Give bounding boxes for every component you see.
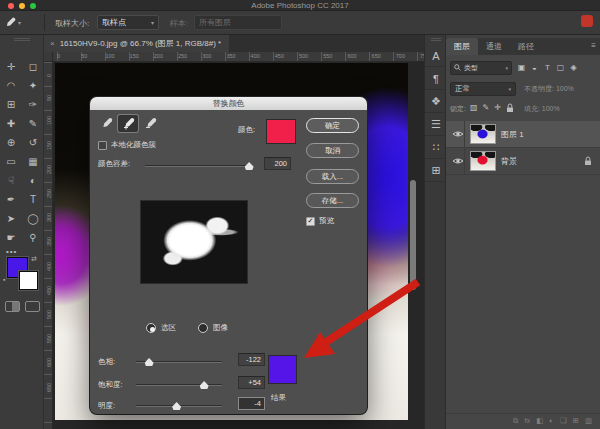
blend-mode-dropdown[interactable]: 正常 ▾ [450, 82, 516, 96]
preview-option[interactable]: ✓ 预览 [306, 216, 334, 226]
link-layers-icon[interactable]: ⧉ [513, 416, 518, 426]
layer-row-background[interactable]: 背景 [446, 148, 600, 175]
crop-tool[interactable]: ⊞ [0, 95, 22, 114]
layer-group-icon[interactable]: ❑ [560, 416, 567, 425]
saturation-value[interactable]: +54 [238, 376, 265, 389]
ok-button[interactable]: 确定 [306, 118, 359, 133]
healing-brush-tool[interactable]: ✚ [0, 114, 22, 133]
shape-tool[interactable]: ◯ [22, 209, 44, 228]
save-button[interactable]: 存储... [306, 193, 359, 208]
tab-通道[interactable]: 通道 [478, 38, 510, 55]
layer-thumbnail[interactable] [470, 151, 496, 171]
layer-thumbnail[interactable] [470, 124, 496, 144]
slider-thumb[interactable] [172, 402, 181, 410]
filter-pixel-layers-icon[interactable]: ▣ [515, 63, 528, 72]
adjustments-panel-icon[interactable]: ☰ [425, 114, 447, 136]
selection-radio[interactable]: 选区 [146, 323, 176, 333]
marquee-tool[interactable]: ◻ [22, 57, 44, 76]
saturation-slider[interactable] [136, 384, 222, 386]
quick-selection-tool[interactable]: ✦ [22, 76, 44, 95]
lock-position-icon[interactable]: ✛ [494, 103, 501, 115]
selected-color-swatch[interactable] [266, 119, 296, 144]
hue-slider[interactable] [136, 361, 222, 363]
brush-tool[interactable]: ✎ [22, 114, 44, 133]
gradient-tool[interactable]: ▦ [22, 152, 44, 171]
paragraph-panel-icon[interactable]: ¶ [425, 68, 447, 90]
hand-tool[interactable]: ☛ [0, 228, 22, 247]
filter-type-layers-icon[interactable]: T [541, 63, 554, 72]
checkbox-unchecked[interactable] [98, 141, 107, 150]
lightness-slider[interactable] [136, 405, 222, 407]
dialog-titlebar[interactable]: 替换颜色 [90, 97, 367, 110]
lock-pixels-icon[interactable]: ✎ [483, 103, 490, 115]
close-tab-icon[interactable]: × [50, 39, 55, 48]
path-selection-tool[interactable]: ➤ [0, 209, 22, 228]
dodge-tool[interactable]: ◐ [22, 171, 44, 190]
eyedropper-add-button[interactable] [118, 115, 138, 132]
layer-name[interactable]: 图层 1 [501, 129, 524, 140]
eyedropper-tool[interactable]: ✑ [22, 95, 44, 114]
type-tool[interactable]: T [22, 190, 44, 209]
crop-panel-icon[interactable]: ⊞ [425, 160, 447, 182]
layer-filter-dropdown[interactable]: 类型 ▾ [450, 61, 512, 75]
tool-preset-picker[interactable]: ▾ [4, 14, 38, 31]
canvas-vertical-scrollbar[interactable] [410, 180, 416, 290]
background-color-swatch[interactable] [19, 271, 38, 290]
lasso-tool[interactable]: ◠ [0, 76, 22, 95]
layer-comps-panel-icon[interactable]: ❖ [425, 91, 447, 113]
load-button[interactable]: 载入... [306, 169, 359, 184]
document-tab[interactable]: × 16150HV9-0.jpg @ 66.7% (图层 1, RGB/8#) … [44, 35, 229, 52]
eraser-tool[interactable]: ▭ [0, 152, 22, 171]
swap-colors-icon[interactable]: ⇄ [31, 255, 37, 263]
radio-on-icon[interactable] [146, 323, 156, 333]
fuzziness-value[interactable]: 200 [264, 157, 291, 170]
visibility-toggle[interactable] [451, 148, 465, 175]
zoom-tool[interactable]: ⚲ [22, 228, 44, 247]
result-color-swatch[interactable] [268, 355, 297, 384]
radio-off-icon[interactable] [198, 323, 208, 333]
checkbox-checked[interactable]: ✓ [306, 217, 315, 226]
layer-row-layer1[interactable]: 图层 1 [446, 121, 600, 148]
delete-layer-icon[interactable]: ▥ [585, 416, 592, 425]
clone-stamp-tool[interactable]: ⊕ [0, 133, 22, 152]
image-radio[interactable]: 图像 [198, 323, 228, 333]
panel-grabber[interactable] [431, 38, 441, 41]
opacity-control[interactable]: 不透明度: 100% [524, 84, 574, 94]
eyedropper-subtract-button[interactable] [140, 115, 160, 132]
slider-thumb[interactable] [145, 358, 154, 366]
cancel-button[interactable]: 取消 [306, 143, 359, 158]
panel-grabber[interactable] [14, 38, 30, 41]
layer-mask-icon[interactable]: ◧ [536, 416, 543, 425]
smudge-tool[interactable]: ☟ [0, 171, 22, 190]
sample-size-dropdown[interactable]: 取样点 ▾ [97, 15, 159, 30]
filter-smart-objects-icon[interactable]: ◈ [567, 63, 580, 72]
pen-tool[interactable]: ✒ [0, 190, 22, 209]
slider-thumb[interactable] [200, 381, 209, 389]
screen-mode-button[interactable] [25, 301, 40, 312]
fill-control[interactable]: 填充: 100% [524, 104, 560, 114]
edit-toolbar-button[interactable]: ••• [6, 247, 17, 256]
character-panel-icon[interactable]: A [425, 45, 447, 67]
tab-图层[interactable]: 图层 [446, 38, 478, 55]
layer-style-icon[interactable]: fx [524, 416, 530, 425]
visibility-toggle[interactable] [451, 121, 465, 148]
lightness-value[interactable]: -4 [238, 397, 265, 410]
hue-value[interactable]: -122 [238, 353, 265, 366]
panel-menu-icon[interactable]: ≡ [591, 41, 596, 50]
lock-transparency-icon[interactable]: ▨ [470, 103, 478, 115]
fuzziness-slider[interactable] [145, 165, 251, 167]
move-tool[interactable]: ✛ [0, 57, 22, 76]
new-layer-icon[interactable]: ⊞ [573, 416, 579, 425]
eyedropper-sample-button[interactable] [96, 115, 116, 132]
history-brush-tool[interactable]: ↺ [22, 133, 44, 152]
filter-shape-layers-icon[interactable]: ▢ [554, 63, 567, 72]
quick-mask-button[interactable] [5, 301, 20, 312]
layer-name[interactable]: 背景 [501, 156, 517, 167]
default-colors-icon[interactable]: ▪ [3, 276, 5, 283]
localized-clusters-option[interactable]: 本地化颜色簇 [98, 140, 156, 150]
slider-thumb[interactable] [245, 162, 254, 170]
filter-adjustment-layers-icon[interactable]: ◒ [528, 63, 541, 72]
adjustment-layer-icon[interactable]: ◐ [549, 416, 554, 425]
lock-all-icon[interactable] [506, 103, 514, 115]
libraries-panel-icon[interactable]: ∷ [425, 137, 447, 159]
